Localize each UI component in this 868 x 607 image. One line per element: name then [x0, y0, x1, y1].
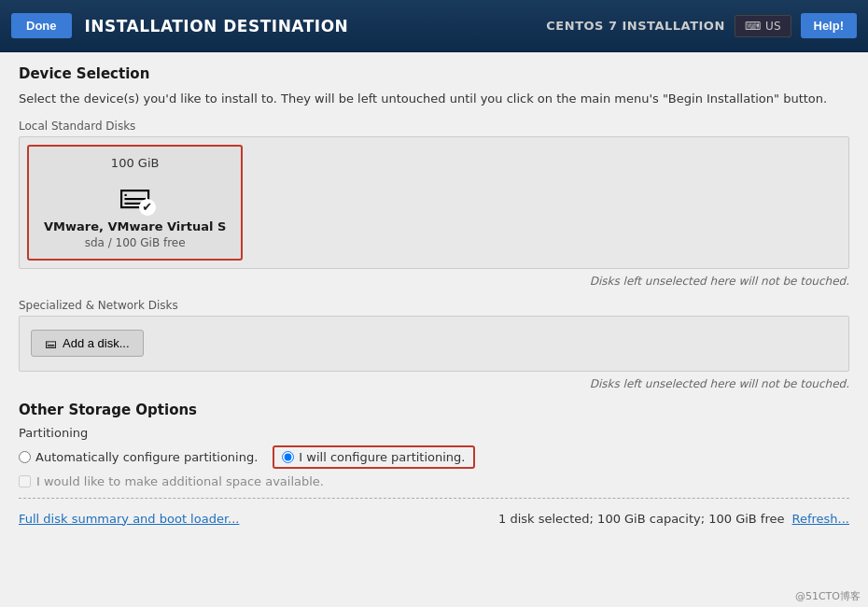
- add-disk-button[interactable]: 🖴 Add a disk...: [31, 330, 144, 357]
- network-disks-label: Specialized & Network Disks: [19, 299, 849, 312]
- help-button[interactable]: Help!: [801, 13, 858, 38]
- device-selection-section: Device Selection Select the device(s) yo…: [19, 65, 849, 390]
- check-badge: ✔: [139, 199, 156, 216]
- disk-icon-wrapper: 🖴 ✔: [119, 176, 152, 214]
- keyboard-icon: ⌨: [745, 20, 761, 33]
- summary-link[interactable]: Full disk summary and boot loader...: [19, 512, 239, 526]
- manual-partition-label: I will configure partitioning.: [299, 450, 465, 464]
- local-disk-hint: Disks left unselected here will not be t…: [19, 275, 849, 288]
- add-disk-icon: 🖴: [45, 336, 57, 350]
- header-left: Done INSTALLATION DESTINATION: [11, 13, 348, 38]
- disk-item[interactable]: 100 GiB 🖴 ✔ VMware, VMware Virtual S sda…: [27, 145, 243, 261]
- device-selection-title: Device Selection: [19, 65, 849, 82]
- disk-path: sda: [85, 236, 105, 249]
- network-disk-container: 🖴 Add a disk...: [19, 316, 849, 372]
- additional-space-row: I would like to make additional space av…: [19, 474, 849, 488]
- main-content: Device Selection Select the device(s) yo…: [0, 52, 868, 607]
- manual-partition-option[interactable]: I will configure partitioning.: [273, 445, 474, 469]
- header-right: CENTOS 7 INSTALLATION ⌨ US Help!: [546, 13, 857, 38]
- auto-partition-label: Automatically configure partitioning.: [35, 450, 258, 464]
- centos-title: CENTOS 7 INSTALLATION: [546, 19, 724, 33]
- keyboard-lang: US: [765, 20, 780, 33]
- done-button[interactable]: Done: [11, 13, 72, 38]
- page-title: INSTALLATION DESTINATION: [85, 17, 349, 35]
- disk-free: 100 GiB free: [116, 236, 186, 249]
- main-window: Done INSTALLATION DESTINATION CENTOS 7 I…: [0, 0, 868, 607]
- additional-space-checkbox[interactable]: [19, 475, 31, 487]
- auto-partition-option[interactable]: Automatically configure partitioning.: [19, 450, 258, 464]
- status-text: 1 disk selected; 100 GiB capacity; 100 G…: [498, 512, 784, 526]
- manual-partition-radio[interactable]: [282, 451, 294, 463]
- radio-row: Automatically configure partitioning. I …: [19, 445, 849, 469]
- keyboard-indicator[interactable]: ⌨ US: [735, 15, 791, 37]
- device-selection-description: Select the device(s) you'd like to insta…: [19, 90, 849, 108]
- partitioning-section: Partitioning Automatically configure par…: [19, 426, 849, 488]
- header: Done INSTALLATION DESTINATION CENTOS 7 I…: [0, 0, 868, 52]
- other-storage-title: Other Storage Options: [19, 402, 849, 418]
- local-disks-label: Local Standard Disks: [19, 120, 849, 133]
- other-storage-section: Other Storage Options Partitioning Autom…: [19, 402, 849, 488]
- disk-name: VMware, VMware Virtual S: [44, 219, 226, 233]
- disk-separator: /: [108, 236, 112, 249]
- refresh-link[interactable]: Refresh...: [792, 512, 850, 526]
- auto-partition-radio[interactable]: [19, 451, 31, 463]
- add-disk-label: Add a disk...: [63, 336, 130, 350]
- additional-space-label: I would like to make additional space av…: [36, 474, 324, 488]
- footer-bar: Full disk summary and boot loader... 1 d…: [19, 508, 849, 529]
- disk-size: 100 GiB: [44, 156, 226, 170]
- footer-right: 1 disk selected; 100 GiB capacity; 100 G…: [498, 512, 849, 526]
- partitioning-label: Partitioning: [19, 426, 849, 440]
- checkmark-icon: ✔: [142, 200, 152, 214]
- local-disk-container: 100 GiB 🖴 ✔ VMware, VMware Virtual S sda…: [19, 136, 849, 269]
- watermark: @51CTO博客: [795, 589, 861, 603]
- divider: [19, 498, 849, 499]
- disk-details: sda / 100 GiB free: [44, 236, 226, 249]
- network-disk-hint: Disks left unselected here will not be t…: [19, 377, 849, 390]
